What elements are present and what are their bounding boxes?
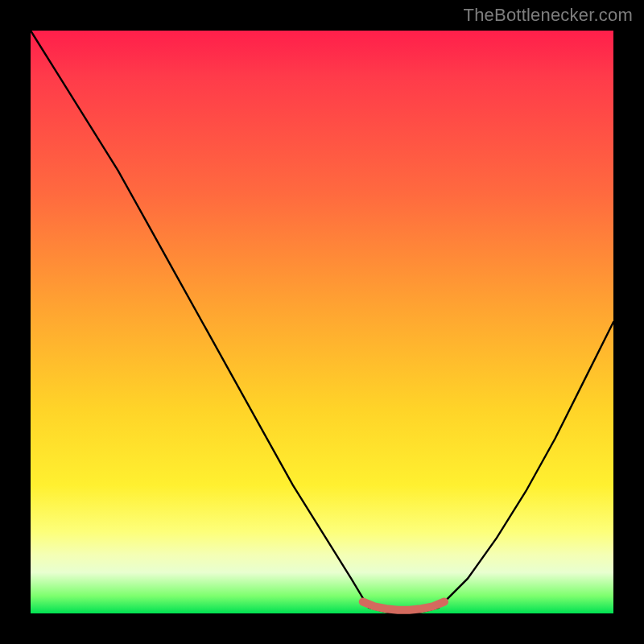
flat-minimum-marker [363,602,444,610]
watermark-text: TheBottleneсker.com [464,5,633,26]
plot-area [31,31,613,613]
curve-layer [31,31,613,613]
bottleneck-curve [31,31,613,613]
chart-frame: TheBottleneсker.com [0,0,644,644]
